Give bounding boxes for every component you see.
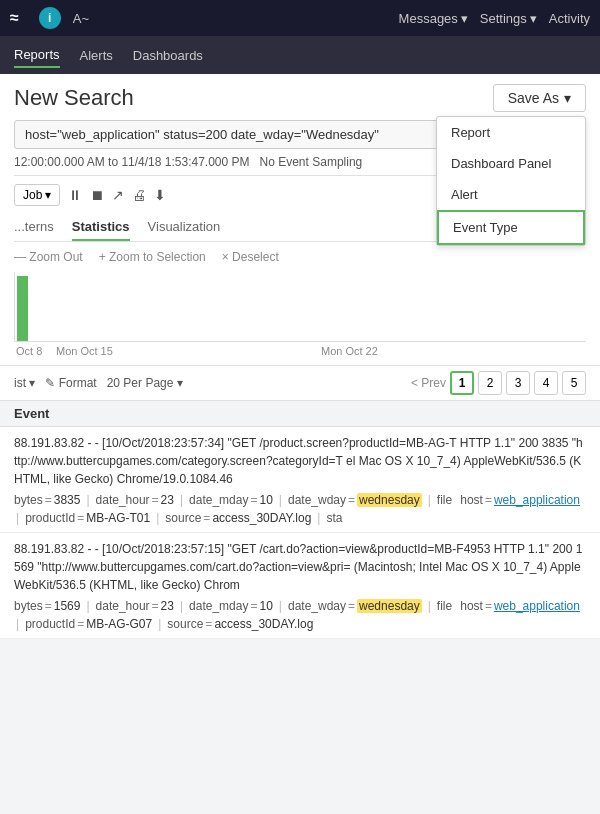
- zoom-to-selection-button[interactable]: + Zoom to Selection: [99, 250, 206, 264]
- field-date-hour: date_hour = 23: [96, 493, 174, 507]
- field-date-hour: date_hour = 23: [96, 599, 174, 613]
- download-icon[interactable]: ⬇: [154, 187, 166, 203]
- field-date-wday: date_wday = wednesday: [288, 493, 422, 507]
- field-sta: sta: [326, 511, 342, 525]
- bar-chart: [14, 272, 586, 342]
- event-text: 88.191.83.82 - - [10/Oct/2018:23:57:15] …: [14, 540, 586, 594]
- pagination: < Prev 1 2 3 4 5: [411, 371, 586, 395]
- nav-cursor-icon[interactable]: A~: [73, 11, 89, 26]
- print-icon[interactable]: 🖨: [132, 187, 146, 203]
- event-row: 88.191.83.82 - - [10/Oct/2018:23:57:15] …: [0, 533, 600, 639]
- event-fields: bytes = 3835 | date_hour = 23 | date_mda…: [14, 493, 586, 525]
- chart-label-oct15: Mon Oct 15: [56, 345, 321, 357]
- save-as-button[interactable]: Save As ▾: [493, 84, 586, 112]
- nav-settings[interactable]: Settings ▾: [480, 11, 537, 26]
- field-date-mday: date_mday = 10: [189, 493, 273, 507]
- header-row: New Search Save As ▾ Report Dashboard Pa…: [14, 84, 586, 112]
- deselect-button[interactable]: × Deselect: [222, 250, 279, 264]
- chart-labels: Oct 8 Mon Oct 15 Mon Oct 22: [14, 345, 586, 357]
- field-date-wday: date_wday = wednesday: [288, 599, 422, 613]
- save-as-container: Save As ▾ Report Dashboard Panel Alert E…: [493, 84, 586, 112]
- chart-label-oct8: Oct 8: [16, 345, 56, 357]
- nav-alerts[interactable]: Alerts: [80, 44, 113, 67]
- nav-reports[interactable]: Reports: [14, 43, 60, 68]
- pause-icon[interactable]: ⏸: [68, 187, 82, 203]
- field-host: host = web_application: [460, 493, 580, 507]
- main-content: New Search Save As ▾ Report Dashboard Pa…: [0, 74, 600, 242]
- logo-icon: ≈: [10, 9, 19, 27]
- stop-icon[interactable]: ⏹: [90, 187, 104, 203]
- tab-visualization[interactable]: Visualization: [148, 214, 221, 241]
- second-nav: Reports Alerts Dashboards: [0, 36, 600, 74]
- events-section: Event 88.191.83.82 - - [10/Oct/2018:23:5…: [0, 401, 600, 639]
- page-4-button[interactable]: 4: [534, 371, 558, 395]
- tab-patterns[interactable]: ...terns: [14, 214, 54, 241]
- format-button[interactable]: ✎ Format: [45, 376, 96, 390]
- dropdown-dashboard-panel[interactable]: Dashboard Panel: [437, 148, 585, 179]
- results-bar: ist ▾ ✎ Format 20 Per Page ▾ < Prev 1 2 …: [0, 366, 600, 401]
- field-date-mday: date_mday = 10: [189, 599, 273, 613]
- event-fields: bytes = 1569 | date_hour = 23 | date_mda…: [14, 599, 586, 631]
- no-sampling: No Event Sampling: [260, 155, 363, 169]
- page-2-button[interactable]: 2: [478, 371, 502, 395]
- chevron-down-icon: ▾: [564, 90, 571, 106]
- zoom-out-button[interactable]: — Zoom Out: [14, 250, 83, 264]
- dropdown-event-type[interactable]: Event Type: [437, 210, 585, 245]
- save-as-dropdown: Report Dashboard Panel Alert Event Type: [436, 116, 586, 246]
- page-3-button[interactable]: 3: [506, 371, 530, 395]
- nav-dashboards[interactable]: Dashboards: [133, 44, 203, 67]
- field-productid: productId = MB-AG-T01: [25, 511, 150, 525]
- chart-area: — Zoom Out + Zoom to Selection × Deselec…: [0, 242, 600, 366]
- field-host: host = web_application: [460, 599, 580, 613]
- page-1-button[interactable]: 1: [450, 371, 474, 395]
- top-nav: ≈ i A~ Messages ▾ Settings ▾ Activity: [0, 0, 600, 36]
- chart-label-oct22: Mon Oct 22: [321, 345, 586, 357]
- field-source: source = access_30DAY.log: [167, 617, 313, 631]
- event-row: 88.191.83.82 - - [10/Oct/2018:23:57:34] …: [0, 427, 600, 533]
- page-5-button[interactable]: 5: [562, 371, 586, 395]
- share-icon[interactable]: ↗: [112, 187, 124, 203]
- dropdown-report[interactable]: Report: [437, 117, 585, 148]
- field-productid: productId = MB-AG-G07: [25, 617, 152, 631]
- list-button[interactable]: ist ▾: [14, 376, 35, 390]
- page-title: New Search: [14, 85, 134, 111]
- event-section-header: Event: [0, 401, 600, 427]
- job-button[interactable]: Job ▾: [14, 184, 60, 206]
- per-page-button[interactable]: 20 Per Page ▾: [107, 376, 183, 390]
- field-bytes: bytes = 1569: [14, 599, 80, 613]
- field-bytes: bytes = 3835: [14, 493, 80, 507]
- tab-statistics[interactable]: Statistics: [72, 214, 130, 241]
- time-range: 12:00:00.000 AM to 11/4/18 1:53:47.000 P…: [14, 155, 250, 169]
- field-file: file: [437, 493, 452, 507]
- event-text: 88.191.83.82 - - [10/Oct/2018:23:57:34] …: [14, 434, 586, 488]
- prev-button[interactable]: < Prev: [411, 376, 446, 390]
- dropdown-alert[interactable]: Alert: [437, 179, 585, 210]
- zoom-controls: — Zoom Out + Zoom to Selection × Deselec…: [14, 250, 586, 264]
- nav-activity[interactable]: Activity: [549, 11, 590, 26]
- info-icon[interactable]: i: [39, 7, 61, 29]
- field-file: file: [437, 599, 452, 613]
- nav-messages[interactable]: Messages ▾: [399, 11, 468, 26]
- field-source: source = access_30DAY.log: [165, 511, 311, 525]
